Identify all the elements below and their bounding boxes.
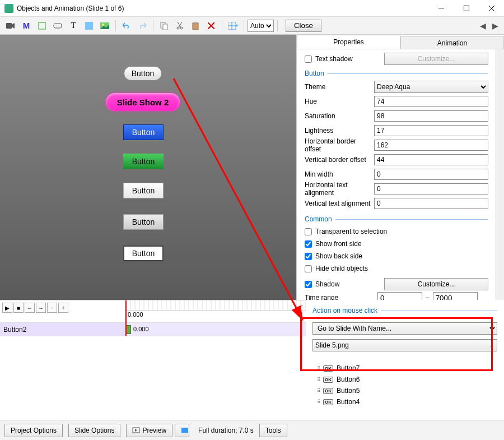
titlebar: Objects and Animation (Slide 1 of 6) — [0, 0, 504, 17]
undo-icon[interactable] — [119, 18, 134, 33]
minw-input[interactable] — [374, 169, 488, 180]
slide-name-combo[interactable]: Slide 5.png⌄ — [312, 339, 497, 351]
shadow-customize-button[interactable]: Customize... — [384, 278, 488, 290]
lightness-input[interactable] — [374, 125, 488, 136]
hbo-input[interactable] — [374, 140, 488, 151]
copy-icon[interactable] — [157, 18, 171, 33]
cut-icon[interactable] — [172, 18, 187, 33]
app-icon — [4, 4, 13, 13]
timeline-zero-label: 0.000 — [128, 311, 143, 318]
svg-rect-2 — [6, 23, 12, 29]
timerange-dash: – — [426, 294, 430, 300]
layer-name: Button2 — [0, 323, 125, 336]
hide-label: Hide child objects — [315, 265, 368, 272]
canvas-button-3[interactable]: Button — [123, 124, 164, 140]
tab-properties[interactable]: Properties — [297, 35, 400, 49]
svg-rect-0 — [438, 8, 444, 8]
theme-select[interactable]: Deep Aqua — [374, 81, 488, 93]
section-button: Button — [305, 70, 324, 77]
hue-label: Hue — [305, 98, 374, 105]
window-title: Objects and Animation (Slide 1 of 6) — [17, 4, 428, 12]
delete-icon[interactable] — [204, 18, 218, 33]
svg-rect-12 — [193, 23, 198, 30]
svg-rect-5 — [85, 22, 93, 30]
svg-rect-13 — [194, 22, 197, 24]
canvas-button-6[interactable]: Button — [123, 214, 164, 230]
tools-button[interactable]: Tools — [259, 424, 287, 437]
grid-icon[interactable]: ▾ — [226, 18, 240, 33]
timeline-empty-area — [0, 336, 306, 420]
project-options-button[interactable]: Project Options — [4, 424, 63, 437]
canvas-button-7[interactable]: Button — [123, 246, 164, 261]
text-shadow-checkbox[interactable] — [305, 55, 312, 63]
button-icon[interactable] — [50, 18, 65, 33]
timeline[interactable]: ▶ ■ ← → − + 0.000 ⤢ — [0, 300, 306, 322]
shadow-label: Shadow — [315, 280, 339, 288]
text-icon[interactable]: T — [66, 18, 81, 33]
timeline-playhead[interactable] — [125, 300, 127, 323]
slide-options-button[interactable]: Slide Options — [68, 424, 120, 437]
image-icon[interactable] — [97, 18, 112, 33]
canvas-button-1[interactable]: Button — [124, 66, 162, 81]
shadow-checkbox[interactable] — [305, 281, 312, 288]
saturation-label: Saturation — [305, 112, 374, 120]
timeline-add-kf-button[interactable]: + — [58, 303, 68, 313]
saturation-input[interactable] — [374, 110, 488, 122]
layer-playhead[interactable] — [125, 323, 127, 336]
timerange-to-input[interactable] — [433, 292, 478, 300]
timeline-prev-button[interactable]: ← — [25, 303, 35, 313]
canvas-button-slideshow2[interactable]: Slide Show 2 — [106, 93, 180, 111]
hide-checkbox[interactable] — [305, 265, 312, 272]
list-item[interactable]: ⠿OKButton7 — [317, 363, 493, 374]
timeline-next-button[interactable]: → — [36, 303, 46, 313]
frame-icon[interactable] — [35, 18, 49, 33]
timeline-expand-icon[interactable]: ⤢ — [298, 303, 304, 311]
vbo-input[interactable] — [374, 154, 488, 165]
close-panel-button[interactable]: Close — [286, 20, 321, 32]
svg-point-11 — [180, 27, 183, 29]
list-item[interactable]: ⠿OKButton5 — [317, 385, 493, 396]
transparent-checkbox[interactable] — [305, 228, 312, 235]
theme-label: Theme — [305, 83, 374, 91]
mask-icon[interactable]: M — [19, 18, 34, 33]
hue-input[interactable] — [374, 96, 488, 107]
timeline-delete-kf-button[interactable]: − — [47, 303, 57, 313]
camera-icon[interactable] — [3, 18, 18, 33]
maximize-button[interactable] — [454, 0, 479, 16]
text-shadow-label: Text shadow — [315, 55, 353, 63]
preview-button[interactable]: Preview — [126, 424, 172, 437]
preview-fullscreen-button[interactable] — [175, 424, 189, 437]
timerange-label: Time range — [305, 294, 374, 300]
list-item[interactable]: ⠿OKButton4 — [317, 396, 493, 407]
action-select[interactable]: Go to Slide With Name... — [312, 322, 497, 335]
transparent-label: Transparent to selection — [315, 228, 387, 235]
minimize-button[interactable] — [428, 0, 454, 16]
zoom-select[interactable]: Auto — [248, 20, 274, 32]
canvas-button-4[interactable]: Button — [123, 154, 164, 169]
front-checkbox[interactable] — [305, 240, 312, 248]
svg-rect-9 — [163, 24, 167, 30]
minw-label: Min width — [305, 170, 374, 178]
section-action: Action on mouse click — [312, 307, 377, 314]
layer-row[interactable]: Button2 0.000 — [0, 322, 306, 336]
timeline-play-button[interactable]: ▶ — [2, 303, 12, 313]
list-item[interactable]: ⠿OKButton6 — [317, 374, 493, 385]
back-checkbox[interactable] — [305, 253, 312, 260]
vta-input[interactable] — [374, 198, 488, 209]
properties-scrollbar[interactable] — [495, 49, 504, 300]
redo-icon[interactable] — [135, 18, 150, 33]
keyframe-label: 0.000 — [133, 326, 149, 332]
next-slide-arrow[interactable]: ▶ — [489, 20, 501, 31]
prev-slide-arrow[interactable]: ◀ — [477, 20, 488, 31]
timerange-from-input[interactable] — [377, 292, 422, 300]
timeline-stop-button[interactable]: ■ — [13, 303, 24, 313]
close-button[interactable] — [479, 0, 504, 16]
hta-input[interactable] — [374, 183, 488, 194]
svg-point-7 — [102, 24, 104, 26]
canvas[interactable]: Button Slide Show 2 Button Button Button… — [0, 35, 296, 300]
tab-animation[interactable]: Animation — [400, 36, 504, 49]
canvas-button-5[interactable]: Button — [123, 183, 164, 198]
object-list: ⠿OKButton7 ⠿OKButton6 ⠿OKButton5 ⠿OKButt… — [306, 359, 504, 411]
paste-icon[interactable] — [188, 18, 203, 33]
rectangle-icon[interactable] — [82, 18, 96, 33]
